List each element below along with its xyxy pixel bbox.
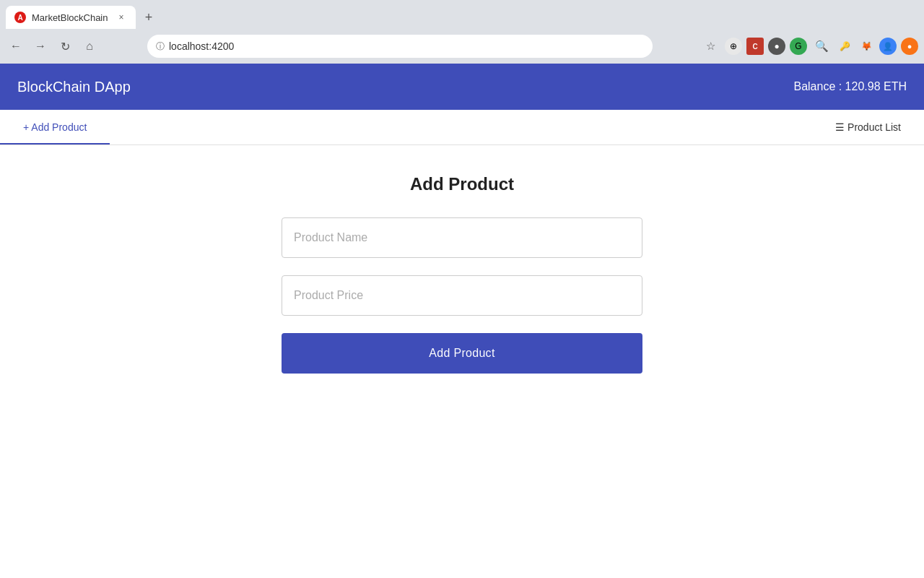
app-header: BlockChain DApp Balance : 120.98 ETH [0,64,924,110]
browser-toolbar: ← → ↻ ⌂ ⓘ localhost:4200 ☆ ⊕ C ● G 🔍 🔑 🦊… [0,29,924,64]
address-lock-icon: ⓘ [156,40,165,53]
new-tab-button[interactable]: + [139,7,159,27]
forward-button[interactable]: → [30,36,51,56]
zoom-icon[interactable]: 🔍 [811,36,832,56]
add-product-form: Add Product [282,217,642,374]
ext-icon-5[interactable]: 🔑 [836,38,853,55]
browser-chrome: A MarketBlockChain × + ← → ↻ ⌂ ⓘ localho… [0,0,924,64]
home-button[interactable]: ⌂ [79,36,100,56]
ext-icon-7[interactable]: 👤 [879,38,897,55]
app-wrapper: BlockChain DApp Balance : 120.98 ETH + A… [0,64,924,578]
reload-button[interactable]: ↻ [55,36,75,56]
app-logo: BlockChain DApp [17,79,131,95]
tab-favicon: A [14,12,26,23]
address-url: localhost:4200 [169,40,234,52]
ext-icon-1[interactable]: ⊕ [725,38,742,55]
tab-product-list[interactable]: ☰ Product List [812,110,924,144]
ext-icon-3[interactable]: ● [768,38,785,55]
back-button[interactable]: ← [6,36,26,56]
browser-tab-bar: A MarketBlockChain × + [0,0,924,29]
tab-title: MarketBlockChain [32,12,110,23]
address-bar[interactable]: ⓘ localhost:4200 [147,35,653,58]
page-title: Add Product [410,174,514,194]
add-product-tab-label: + Add Product [23,121,87,133]
add-product-button[interactable]: Add Product [282,333,642,374]
ext-icon-4[interactable]: G [790,38,807,55]
toolbar-right-icons: ☆ ⊕ C ● G 🔍 🔑 🦊 👤 ● [700,36,918,56]
ext-icon-8[interactable]: ● [901,38,918,55]
product-name-input[interactable] [282,217,642,258]
tab-close-button[interactable]: × [116,12,127,23]
bookmark-icon[interactable]: ☆ [700,36,720,56]
ext-icon-6[interactable]: 🦊 [858,38,875,55]
product-list-tab-label: ☰ Product List [835,121,901,133]
app-balance: Balance : 120.98 ETH [793,80,907,93]
product-price-input[interactable] [282,275,642,316]
main-content: Add Product Add Product [0,145,924,402]
ext-cors-icon[interactable]: C [746,38,764,55]
tab-add-product[interactable]: + Add Product [0,110,110,144]
browser-tab-active[interactable]: A MarketBlockChain × [6,6,136,29]
nav-tabs: + Add Product ☰ Product List [0,110,924,145]
nav-divider [110,110,812,144]
